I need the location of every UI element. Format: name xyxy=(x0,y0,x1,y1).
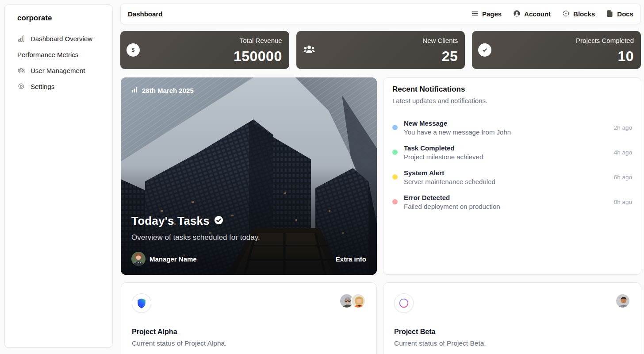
project-title: Project Alpha xyxy=(132,328,366,336)
stat-label: Total Revenue xyxy=(240,37,282,44)
project-title: Project Beta xyxy=(394,328,630,336)
notification-description: Project milestone achieved xyxy=(404,153,483,161)
hero-bottom: Today's Tasks Overview of tasks schedule… xyxy=(131,214,366,266)
blocks-icon xyxy=(562,10,570,19)
gear-icon xyxy=(17,82,25,90)
clients-icon xyxy=(303,42,316,58)
notification-title: Error Detected xyxy=(404,194,500,201)
hero-title: Today's Tasks xyxy=(131,214,210,228)
users-icon xyxy=(17,66,25,74)
hero-card[interactable]: 28th March 2025 Today's Tasks Overview o… xyxy=(121,77,377,275)
notification-time: 2h ago xyxy=(614,124,632,131)
nav-label: Account xyxy=(524,10,551,18)
notification-item[interactable]: Task Completed Project milestone achieve… xyxy=(392,142,632,162)
topbar: Dashboard Pages Account xyxy=(120,4,641,24)
sidebar-item-label: User Management xyxy=(31,67,85,74)
date-badge: 28th March 2025 xyxy=(131,86,194,94)
avatar xyxy=(351,293,366,308)
notification-description: You have a new message from John xyxy=(404,128,511,136)
notification-item[interactable]: New Message You have a new message from … xyxy=(392,118,632,137)
hero-subtitle: Overview of tasks scheduled for today. xyxy=(131,233,366,242)
notification-title: Task Completed xyxy=(404,144,483,152)
sidebar-item-label: Performance Metrics xyxy=(17,51,78,58)
sidebar-item-label: Settings xyxy=(31,83,54,90)
shield-icon xyxy=(132,293,151,313)
notification-title: System Alert xyxy=(404,169,495,177)
notification-item[interactable]: System Alert Server maintenance schedule… xyxy=(392,167,632,187)
dollar-icon: $ xyxy=(126,43,140,57)
nav-label: Docs xyxy=(617,10,633,18)
notification-list: New Message You have a new message from … xyxy=(392,118,632,212)
notification-item[interactable]: Error Detected Failed deployment on prod… xyxy=(392,192,632,212)
nav-label: Pages xyxy=(482,10,502,18)
stat-value: 25 xyxy=(442,48,458,65)
sidebar-item-user-management[interactable]: User Management xyxy=(13,62,104,78)
check-circle-icon xyxy=(478,43,491,57)
status-dot-red xyxy=(392,199,398,204)
extra-info-link[interactable]: Extra info xyxy=(336,255,366,263)
nav-blocks[interactable]: Blocks xyxy=(562,10,595,19)
docs-icon xyxy=(606,10,613,19)
nav-label: Blocks xyxy=(573,10,595,18)
stat-value: 10 xyxy=(617,48,634,65)
notifications-subtitle: Latest updates and notifications. xyxy=(392,97,632,104)
notifications-panel: Recent Notifications Latest updates and … xyxy=(383,77,641,275)
stat-value: 150000 xyxy=(234,48,282,65)
notification-description: Failed deployment on production xyxy=(404,203,500,210)
sidebar-item-performance-metrics[interactable]: Performance Metrics xyxy=(13,46,104,62)
stats-row: $ Total Revenue 150000 New Clients 25 Pr… xyxy=(120,31,641,69)
date-badge-label: 28th March 2025 xyxy=(142,87,194,94)
sidebar-item-settings[interactable]: Settings xyxy=(13,78,104,94)
notifications-title: Recent Notifications xyxy=(392,85,632,94)
status-dot-green xyxy=(392,150,398,155)
notification-description: Server maintenance scheduled xyxy=(404,178,495,185)
project-description: Current status of Project Beta. xyxy=(394,339,630,347)
project-description: Current status of Project Alpha. xyxy=(132,339,366,347)
verified-check-icon xyxy=(214,215,223,227)
sidebar-item-dashboard-overview[interactable]: Dashboard Overview xyxy=(13,31,104,46)
brand-title: corporate xyxy=(13,14,104,23)
bar-chart-icon xyxy=(17,35,25,42)
stat-card-projects-completed[interactable]: Projects Completed 10 xyxy=(472,31,641,69)
team-avatars xyxy=(339,293,366,308)
manager-name: Manager Name xyxy=(150,255,197,263)
list-circle-icon xyxy=(394,293,414,313)
avatar xyxy=(615,293,630,308)
manager-chip[interactable]: Manager Name xyxy=(131,252,197,266)
project-card-alpha[interactable]: Project Alpha Current status of Project … xyxy=(121,282,377,354)
mini-bar-chart-icon xyxy=(131,86,138,94)
sidebar: corporate Dashboard Overview Performance… xyxy=(4,4,113,348)
nav-docs[interactable]: Docs xyxy=(606,10,633,19)
manager-avatar xyxy=(131,252,146,266)
notification-time: 8h ago xyxy=(614,199,632,205)
stat-card-total-revenue[interactable]: $ Total Revenue 150000 xyxy=(120,31,289,69)
page-title: Dashboard xyxy=(128,10,162,18)
svg-text:$: $ xyxy=(132,47,135,53)
stat-card-new-clients[interactable]: New Clients 25 xyxy=(296,31,465,69)
notification-time: 4h ago xyxy=(614,149,632,156)
stat-label: New Clients xyxy=(422,37,458,44)
account-icon xyxy=(513,10,521,19)
project-card-beta[interactable]: Project Beta Current status of Project B… xyxy=(383,282,641,354)
nav-account[interactable]: Account xyxy=(513,10,551,19)
notification-title: New Message xyxy=(404,119,511,127)
top-navigation: Pages Account Blocks xyxy=(471,10,633,19)
stat-label: Projects Completed xyxy=(576,37,634,44)
menu-icon xyxy=(471,10,479,19)
nav-pages[interactable]: Pages xyxy=(471,10,502,19)
team-avatars xyxy=(615,293,630,308)
status-dot-yellow xyxy=(392,174,398,180)
sidebar-item-label: Dashboard Overview xyxy=(31,35,92,42)
status-dot-blue xyxy=(392,125,398,130)
notification-time: 6h ago xyxy=(614,174,632,181)
